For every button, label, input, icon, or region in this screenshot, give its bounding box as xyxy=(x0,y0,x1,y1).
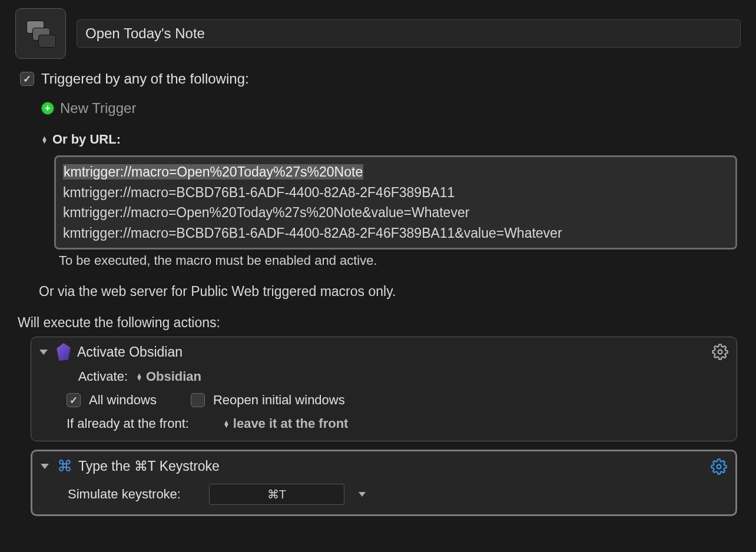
triggers-heading: Triggered by any of the following: xyxy=(41,71,249,87)
already-front-popup[interactable]: ▲▼ leave it at the front xyxy=(223,416,348,431)
url-line-1[interactable]: kmtrigger://macro=Open%20Today%27s%20Not… xyxy=(63,164,363,179)
macro-title-input[interactable] xyxy=(77,19,741,48)
url-trigger-box[interactable]: kmtrigger://macro=Open%20Today%27s%20Not… xyxy=(54,155,737,250)
all-windows-label: All windows xyxy=(89,393,157,408)
url-line-3[interactable]: kmtrigger://macro=Open%20Today%27s%20Not… xyxy=(63,202,728,223)
obsidian-app-icon xyxy=(56,343,71,361)
disclosure-triangle-icon[interactable] xyxy=(41,464,49,469)
url-line-4[interactable]: kmtrigger://macro=BCBD76B1-6ADF-4400-82A… xyxy=(63,223,728,244)
reopen-windows-checkbox[interactable] xyxy=(191,393,205,407)
action-type-keystroke[interactable]: ⌘ Type the ⌘T Keystroke Simulate keystro… xyxy=(31,450,737,516)
url-trigger-heading: Or by URL: xyxy=(52,132,121,147)
new-trigger-label[interactable]: New Trigger xyxy=(60,100,136,117)
triggers-enabled-checkbox[interactable] xyxy=(20,72,34,86)
already-front-label: If already at the front: xyxy=(67,416,189,431)
keystroke-menu-chevron-icon[interactable] xyxy=(359,492,366,497)
svg-point-1 xyxy=(717,464,721,468)
gear-icon[interactable] xyxy=(712,344,728,360)
macro-icon[interactable] xyxy=(15,8,66,59)
simulate-keystroke-label: Simulate keystroke: xyxy=(68,487,181,502)
actions-heading: Will execute the following actions: xyxy=(18,315,741,331)
gear-icon[interactable] xyxy=(711,458,727,475)
action-title: Type the ⌘T Keystroke xyxy=(78,458,220,474)
action-activate-obsidian[interactable]: Activate Obsidian Activate: ▲▼ Obsidian … xyxy=(31,337,737,441)
reopen-windows-label: Reopen initial windows xyxy=(213,393,345,408)
add-trigger-icon[interactable]: + xyxy=(41,102,54,115)
svg-point-0 xyxy=(718,350,722,354)
web-trigger-hint: Or via the web server for Public Web tri… xyxy=(39,284,741,300)
command-icon: ⌘ xyxy=(57,457,72,475)
disclosure-triangle-icon[interactable] xyxy=(39,350,48,355)
url-line-2[interactable]: kmtrigger://macro=BCBD76B1-6ADF-4400-82A… xyxy=(63,182,728,203)
url-trigger-hint: To be executed, the macro must be enable… xyxy=(59,253,741,268)
keystroke-field[interactable]: ⌘T xyxy=(209,484,344,505)
all-windows-checkbox[interactable] xyxy=(67,393,81,407)
action-title: Activate Obsidian xyxy=(77,344,183,360)
url-trigger-popup-icon[interactable]: ▲▼ xyxy=(41,136,48,143)
activate-label: Activate: xyxy=(67,369,128,384)
activate-app-popup[interactable]: ▲▼ Obsidian xyxy=(136,369,201,384)
